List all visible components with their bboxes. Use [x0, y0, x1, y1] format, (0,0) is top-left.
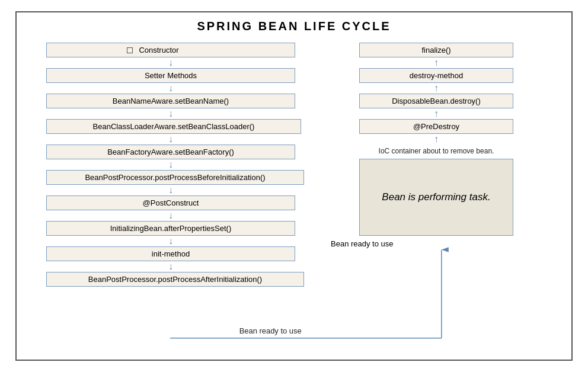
- constructor-label: Constructor: [139, 46, 178, 54]
- bean-ready-label: Bean ready to use: [331, 239, 394, 248]
- arrow-3: ↓: [46, 108, 295, 119]
- arrow-5: ↓: [46, 159, 295, 170]
- bean-task-label: Bean is performing task.: [382, 191, 490, 203]
- ioc-label: IoC container about to remove bean.: [379, 147, 494, 155]
- bean-task-box: Bean is performing task.: [359, 159, 513, 236]
- step-postprocessafter: BeanPostProcessor.postProcessAfterInitia…: [46, 272, 304, 287]
- arrow-6: ↓: [46, 185, 295, 195]
- left-column: Constructor ↓ Setter Methods ↓ BeanNameA…: [28, 43, 313, 345]
- step-postconstruct: @PostConstruct: [46, 195, 295, 210]
- arrow-right-3: ↑: [359, 108, 513, 119]
- step-destroymethod: destroy-method: [359, 68, 513, 83]
- right-top-steps: finalize() ↑ destroy-method ↑ Disposable…: [359, 43, 513, 145]
- diagram-title: SPRING BEAN LIFE CYCLE: [28, 20, 560, 33]
- step-postprocessbefore: BeanPostProcessor.postProcessBeforeIniti…: [46, 170, 304, 185]
- step-initmethod: init-method: [46, 246, 295, 261]
- step-setter: Setter Methods: [46, 68, 295, 83]
- step-beanname: BeanNameAware.setBeanName(): [46, 94, 295, 108]
- arrow-right-2: ↑: [359, 83, 513, 94]
- step-disposable: DisposableBean.destroy(): [359, 94, 513, 108]
- right-column: finalize() ↑ destroy-method ↑ Disposable…: [313, 43, 560, 345]
- step-predestroy: @PreDestroy: [359, 119, 513, 134]
- arrow-right-4: ↑: [359, 134, 513, 145]
- constructor-icon: [127, 47, 133, 53]
- step-finalize: finalize(): [359, 43, 513, 57]
- arrow-right-1: ↑: [359, 57, 513, 68]
- step-beanfactory: BeanFactoryAware.setBeanFactory(): [46, 145, 295, 159]
- arrow-1: ↓: [46, 57, 295, 68]
- step-beanclassloader: BeanClassLoaderAware.setBeanClassLoader(…: [46, 119, 301, 134]
- arrow-8: ↓: [46, 236, 295, 246]
- arrow-9: ↓: [46, 261, 295, 272]
- diagram-container: SPRING BEAN LIFE CYCLE Constructor ↓ Set…: [15, 11, 573, 361]
- step-initializingbean: InitializingBean.afterPropertiesSet(): [46, 221, 295, 236]
- arrow-7: ↓: [46, 210, 295, 221]
- arrow-2: ↓: [46, 83, 295, 94]
- arrow-4: ↓: [46, 134, 295, 145]
- step-constructor: Constructor: [46, 43, 295, 57]
